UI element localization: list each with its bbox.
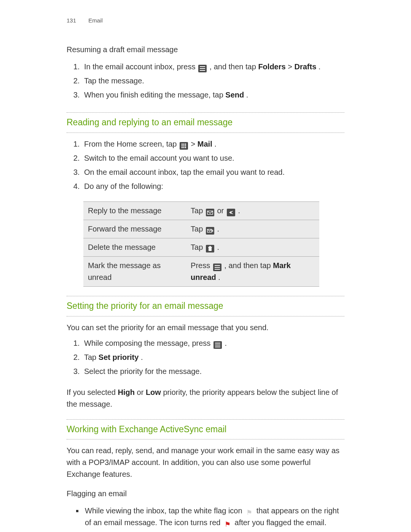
note-text: or [137,388,146,396]
action-name: Reply to the message [83,201,186,220]
action-how: Press , and then tap Mark unread . [186,256,319,286]
low-label: Low [146,388,161,396]
step-item: While composing the message, press . [82,337,344,349]
table-row: Reply to the message Tap or . [83,201,319,220]
section-title-priority: Setting the priority for an email messag… [67,299,344,313]
svg-rect-15 [208,247,212,248]
drafts-label: Drafts [294,62,316,71]
forward-icon [206,227,214,235]
step-text: . [225,339,227,347]
svg-rect-14 [209,248,212,251]
step-text: , and then tap [210,62,258,71]
svg-rect-5 [185,144,186,145]
heading-resuming: Resuming a draft email message [67,44,344,56]
step-text: . [246,91,249,99]
action-name: Mark the message as unread [83,256,186,286]
step-item: Tap Set priority . [82,351,344,363]
send-label: Send [225,91,244,99]
section-title-exchange: Working with Exchange ActiveSync email [67,423,344,436]
cell-text: . [218,273,220,281]
step-text: . [141,353,143,361]
cell-text: . [217,243,219,251]
svg-rect-7 [183,145,184,146]
exchange-intro: You can read, reply, send, and manage yo… [67,445,344,480]
step-text: From the Home screen, tap [84,140,179,148]
table-row: Forward the message Tap . [83,220,319,238]
list-item: While reading an email, you can also tap… [83,530,344,532]
step-item: Select the priority for the message. [82,366,344,377]
section-wrap: Reading and replying to an email message [67,112,344,133]
svg-rect-9 [182,147,183,148]
page-body: 131 Email Resuming a draft email message… [0,0,411,532]
delete-icon [206,245,214,252]
cell-text: Tap [191,206,205,215]
cell-text: , and then tap [224,261,273,270]
step-text: . [214,140,217,148]
high-label: High [118,388,135,396]
step-item: When you finish editing the message, tap… [82,89,344,101]
priority-intro: You can set the priority for an email me… [67,322,344,334]
flag-red-icon: ⚑ [223,521,232,528]
action-how: Tap or . [186,201,319,220]
svg-rect-8 [185,145,186,146]
step-item: Tap the message. [82,75,344,87]
step-text: > [191,140,198,148]
menu-icon [198,65,207,72]
cell-text: . [217,225,219,233]
steps-reading: From the Home screen, tap > Mail . Switc… [67,138,344,192]
step-text: When you finish editing the message, tap [84,91,225,99]
step-item: Switch to the email account you want to … [82,152,344,164]
action-name: Forward the message [83,220,186,238]
step-item: Do any of the following: [82,181,344,192]
step-text: . [319,62,321,71]
steps-priority: While composing the message, press . Tap… [67,337,344,377]
step-text: Tap [84,353,99,361]
section-name: Email [88,17,103,24]
cell-text: Tap [191,225,205,233]
table-row: Mark the message as unread Press , and t… [83,256,319,286]
menu-icon [213,341,222,349]
table-row: Delete the message Tap . [83,238,319,256]
bullets-flagging: While viewing the inbox, tap the white f… [67,505,344,532]
action-name: Delete the message [83,238,186,256]
step-item: In the email account inbox, press , and … [82,61,344,73]
step-text: In the email account inbox, press [84,62,198,71]
svg-rect-16 [209,246,211,247]
step-text: While composing the message, press [84,339,213,347]
step-text: > [288,62,294,71]
priority-note: If you selected High or Low priority, th… [67,387,344,410]
step-item: From the Home screen, tap > Mail . [82,138,344,150]
heading-flagging: Flagging an email [67,488,344,500]
cell-text: or [217,206,226,215]
actions-table: Reply to the message Tap or . Forward th… [83,201,319,287]
cell-text: Press [191,261,212,270]
svg-rect-11 [185,147,186,148]
menu-icon [213,264,221,271]
reply-icon [206,209,214,216]
folders-label: Folders [258,62,285,71]
action-how: Tap . [186,238,319,256]
svg-rect-6 [182,145,183,146]
reply-all-icon [227,209,235,216]
section-wrap: Setting the priority for an email messag… [67,296,344,316]
bullet-text: after you flagged the email. [235,518,327,527]
mail-label: Mail [198,140,212,148]
section-wrap: Working with Exchange ActiveSync email [67,419,344,440]
bullet-text: While viewing the inbox, tap the white f… [85,506,244,515]
action-how: Tap . [186,220,319,238]
svg-rect-4 [183,144,184,145]
step-item: On the email account inbox, tap the emai… [82,166,344,178]
page-meta: 131 Email [67,16,344,25]
steps-resuming: In the email account inbox, press , and … [67,61,344,101]
note-text: If you selected [67,388,118,396]
flag-white-icon: ⚑ [245,509,253,516]
section-title-reading: Reading and replying to an email message [67,116,344,129]
set-priority-label: Set priority [99,353,139,361]
apps-grid-icon [180,142,188,150]
list-item: While viewing the inbox, tap the white f… [83,505,344,529]
cell-text: . [238,206,240,215]
page-number: 131 [67,17,76,24]
svg-rect-3 [182,144,183,145]
cell-text: Tap [191,243,205,251]
svg-rect-10 [183,147,184,148]
